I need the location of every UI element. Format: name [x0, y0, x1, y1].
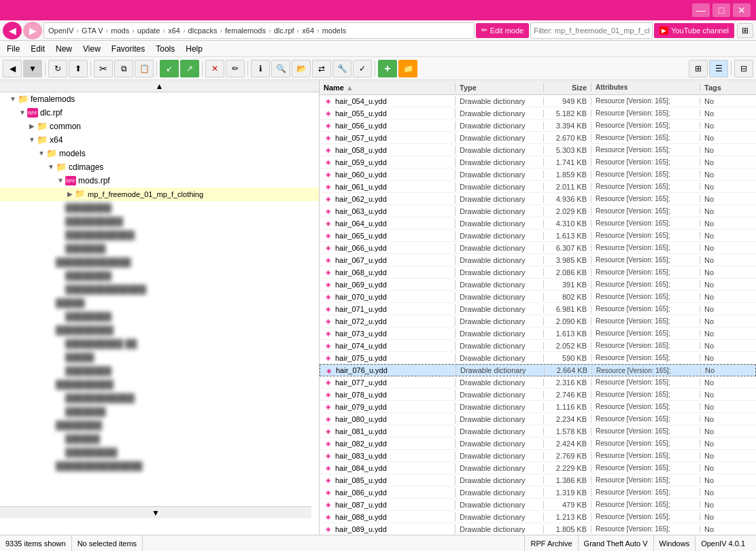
tree-expand-x64[interactable]: ▼ [27, 135, 37, 145]
tree-expand-dlcrpf[interactable]: ▼ [18, 108, 27, 118]
tree-scroll-down[interactable]: ▼ [0, 506, 311, 518]
file-row[interactable]: ◈hair_064_u.yddDrawable dictionary4.310 … [320, 217, 756, 230]
file-row[interactable]: ◈hair_083_u.yddDrawable dictionary2.769 … [320, 450, 756, 462]
tree-expand-clothing[interactable]: ▶ [65, 190, 75, 199]
validate-button[interactable]: ✓ [353, 60, 372, 77]
tree-expand-common[interactable]: ▶ [27, 122, 37, 131]
menu-help[interactable]: Help [182, 43, 207, 55]
file-row[interactable]: ◈hair_066_u.yddDrawable dictionary6.307 … [320, 242, 756, 254]
tree-expand-cdimages[interactable]: ▼ [46, 162, 56, 172]
tree-expand-models[interactable]: ▼ [37, 149, 46, 158]
breadcrumb-dlcpacks[interactable]: dlcpacks [188, 26, 218, 35]
col-header-size[interactable]: Size [544, 84, 591, 92]
menu-view[interactable]: View [79, 43, 105, 55]
file-row[interactable]: ◈hair_060_u.yddDrawable dictionary1.859 … [320, 168, 756, 181]
add-button[interactable]: + [378, 60, 397, 77]
more-view-button[interactable]: ⊟ [734, 60, 753, 77]
file-row[interactable]: ◈hair_085_u.yddDrawable dictionary1.386 … [320, 474, 756, 486]
file-row[interactable]: ◈hair_088_u.yddDrawable dictionary1.213 … [320, 511, 756, 523]
file-row[interactable]: ◈hair_074_u.yddDrawable dictionary2.052 … [320, 340, 756, 352]
file-row[interactable]: ◈hair_069_u.yddDrawable dictionary391 KB… [320, 279, 756, 291]
file-row[interactable]: ◈hair_082_u.yddDrawable dictionary2.424 … [320, 438, 756, 450]
open-button[interactable]: 📂 [292, 60, 311, 77]
file-row[interactable]: ◈hair_070_u.yddDrawable dictionary802 KB… [320, 291, 756, 303]
view-list-button[interactable]: ⊞ [689, 60, 708, 77]
copy-button[interactable]: ⧉ [114, 60, 133, 77]
file-list-body[interactable]: ◈hair_054_u.yddDrawable dictionary949 KB… [320, 95, 756, 535]
breadcrumb-x64[interactable]: x64 [168, 26, 180, 35]
file-row[interactable]: ◈hair_075_u.yddDrawable dictionary590 KB… [320, 352, 756, 364]
menu-tools[interactable]: Tools [152, 43, 179, 55]
file-row[interactable]: ◈hair_056_u.yddDrawable dictionary3.394 … [320, 120, 756, 132]
file-row[interactable]: ◈hair_073_u.yddDrawable dictionary1.613 … [320, 327, 756, 340]
tree-item-common[interactable]: ▶ 📁 common [0, 120, 319, 133]
file-row[interactable]: ◈hair_061_u.yddDrawable dictionary2.011 … [320, 181, 756, 193]
menu-favorites[interactable]: Favorites [107, 43, 149, 55]
tree-item-modsrpf[interactable]: ▼ RPF mods.rpf [0, 174, 319, 188]
file-row[interactable]: ◈hair_086_u.yddDrawable dictionary1.319 … [320, 486, 756, 499]
tree-expand-femalemods[interactable]: ▼ [8, 94, 18, 104]
paste-button[interactable]: 📋 [135, 60, 154, 77]
breadcrumb-openiv[interactable]: OpenIV [48, 26, 73, 35]
col-header-tags[interactable]: Tags [700, 84, 748, 92]
delete-button[interactable]: ✕ [205, 60, 224, 77]
breadcrumb-models[interactable]: models [322, 26, 346, 35]
rename-button[interactable]: ✏ [226, 60, 245, 77]
file-row[interactable]: ◈hair_079_u.yddDrawable dictionary1.116 … [320, 401, 756, 413]
tree-item-models[interactable]: ▼ 📁 models [0, 147, 319, 160]
breadcrumb-gtav[interactable]: GTA V [82, 26, 103, 35]
edit-mode-button[interactable]: ✏ Edit mode [476, 23, 530, 38]
menu-new[interactable]: New [52, 43, 76, 55]
file-row[interactable]: ◈hair_067_u.yddDrawable dictionary3.985 … [320, 254, 756, 266]
file-row[interactable]: ◈hair_076_u.yddDrawable dictionary2.664 … [320, 364, 756, 376]
file-row[interactable]: ◈hair_068_u.yddDrawable dictionary2.086 … [320, 266, 756, 279]
file-row[interactable]: ◈hair_078_u.yddDrawable dictionary2.746 … [320, 389, 756, 401]
tree-item-clothing[interactable]: ▶ 📁 mp_f_freemode_01_mp_f_clothing [0, 188, 319, 201]
close-button[interactable]: ✕ [733, 3, 751, 17]
file-row[interactable]: ◈hair_084_u.yddDrawable dictionary2.229 … [320, 462, 756, 474]
tree-item-x64[interactable]: ▼ 📁 x64 [0, 133, 319, 147]
breadcrumb-x64-2[interactable]: x64 [302, 26, 314, 35]
youtube-button[interactable]: ▶ YouTube channel [654, 23, 734, 38]
minimize-button[interactable]: — [692, 3, 710, 17]
file-row[interactable]: ◈hair_089_u.yddDrawable dictionary1.805 … [320, 523, 756, 535]
breadcrumb-dlcrpf[interactable]: dlc.rpf [274, 26, 294, 35]
maximize-button[interactable]: □ [712, 3, 730, 17]
properties-button[interactable]: ℹ [251, 60, 270, 77]
file-row[interactable]: ◈hair_057_u.yddDrawable dictionary2.670 … [320, 132, 756, 144]
cut-button[interactable]: ✂ [94, 60, 113, 77]
file-row[interactable]: ◈hair_054_u.yddDrawable dictionary949 KB… [320, 95, 756, 107]
file-row[interactable]: ◈hair_081_u.yddDrawable dictionary1.578 … [320, 425, 756, 438]
rebuild-button[interactable]: 🔧 [332, 60, 351, 77]
file-row[interactable]: ◈hair_072_u.yddDrawable dictionary2.090 … [320, 315, 756, 327]
file-row[interactable]: ◈hair_058_u.yddDrawable dictionary5.303 … [320, 144, 756, 156]
file-row[interactable]: ◈hair_055_u.yddDrawable dictionary5.182 … [320, 107, 756, 120]
back-tb-button[interactable]: ◀ [3, 60, 22, 77]
back-button[interactable]: ◀ [3, 22, 22, 39]
search-input[interactable] [530, 22, 653, 39]
breadcrumb-update[interactable]: update [137, 26, 160, 35]
tree-item-dlcrpf[interactable]: ▼ RPF dlc.rpf [0, 106, 319, 120]
breadcrumb-mods[interactable]: mods [111, 26, 129, 35]
convert-button[interactable]: ⇄ [312, 60, 331, 77]
search-tb-button[interactable]: 🔍 [271, 60, 290, 77]
file-row[interactable]: ◈hair_065_u.yddDrawable dictionary1.613 … [320, 230, 756, 242]
view-options-button[interactable]: ⊞ [737, 23, 753, 38]
tree-item-cdimages[interactable]: ▼ 📁 cdimages [0, 160, 319, 174]
menu-edit[interactable]: Edit [27, 43, 49, 55]
file-row[interactable]: ◈hair_087_u.yddDrawable dictionary479 KB… [320, 499, 756, 511]
tree-item-femalemods[interactable]: ▼ 📁 femalemods [0, 92, 319, 106]
up-button[interactable]: ⬆ [69, 60, 88, 77]
import-button[interactable]: ↗ [180, 60, 199, 77]
extract-button[interactable]: ↙ [160, 60, 179, 77]
file-row[interactable]: ◈hair_071_u.yddDrawable dictionary6.981 … [320, 303, 756, 315]
view-details-button[interactable]: ☰ [709, 60, 728, 77]
refresh-button[interactable]: ↻ [48, 60, 67, 77]
menu-file[interactable]: File [3, 43, 24, 55]
col-header-name[interactable]: Name ▲ [320, 84, 456, 92]
forward-button[interactable]: ▶ [23, 22, 42, 39]
file-row[interactable]: ◈hair_063_u.yddDrawable dictionary2.029 … [320, 205, 756, 217]
col-header-type[interactable]: Type [456, 84, 544, 92]
file-row[interactable]: ◈hair_062_u.yddDrawable dictionary4.936 … [320, 193, 756, 205]
file-row[interactable]: ◈hair_059_u.yddDrawable dictionary1.741 … [320, 156, 756, 168]
